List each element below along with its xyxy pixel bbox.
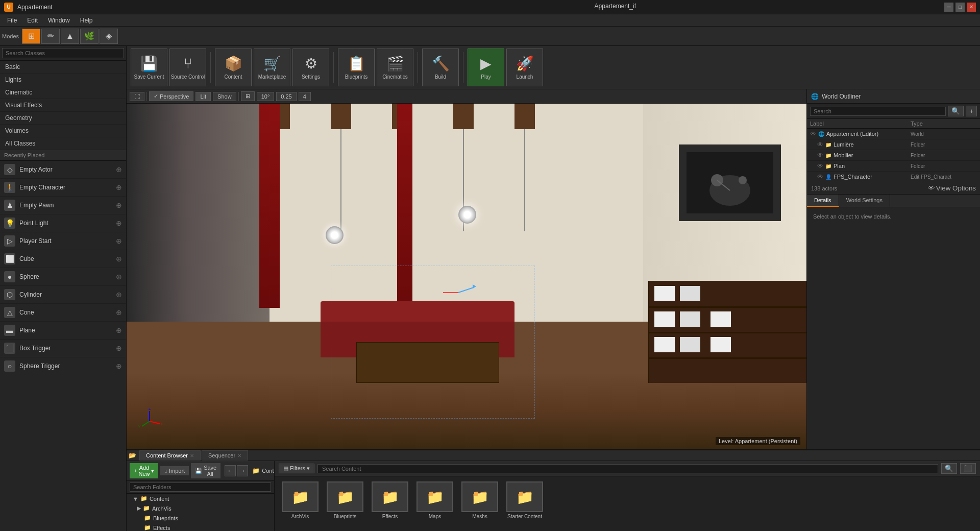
folder-search-input[interactable] bbox=[130, 482, 271, 492]
folder-archvis[interactable]: ▶ 📁 ArchVis bbox=[127, 503, 274, 513]
content-browser-tab-close[interactable]: ✕ bbox=[190, 453, 194, 458]
asset-meshs[interactable]: 📁 Meshs bbox=[459, 481, 500, 531]
mode-mesh-button[interactable]: ◈ bbox=[100, 29, 118, 44]
outliner-label-col: Label bbox=[810, 120, 911, 127]
asset-blueprints[interactable]: 📁 Blueprints bbox=[325, 481, 365, 531]
viewport[interactable]: X Z Y Level: Appartement (Persistent) bbox=[127, 104, 806, 449]
path-icon: 📁 bbox=[252, 467, 260, 474]
perspective-button[interactable]: ✓ Perspective bbox=[149, 91, 193, 101]
outliner-item-world[interactable]: 👁 🌐 Appartement (Editor) World bbox=[807, 129, 980, 139]
marketplace-button[interactable]: 🛒 Marketplace bbox=[254, 49, 290, 86]
import-button[interactable]: ↓ Import bbox=[160, 466, 189, 475]
outliner-search-button[interactable]: 🔍 bbox=[948, 106, 964, 116]
placed-cylinder[interactable]: ⬡ Cylinder ⊕ bbox=[0, 286, 126, 304]
folder-content[interactable]: ▼ 📁 Content bbox=[127, 494, 274, 503]
placed-empty-character[interactable]: 🚶 Empty Character ⊕ bbox=[0, 179, 126, 197]
lit-button[interactable]: Lit bbox=[195, 92, 211, 101]
sequencer-tab[interactable]: Sequencer ✕ bbox=[202, 450, 248, 461]
category-basic[interactable]: Basic bbox=[0, 61, 126, 74]
outliner-item-lumiere[interactable]: 👁 📁 Lumière Folder bbox=[807, 139, 980, 150]
settings-button[interactable]: ⚙ Settings bbox=[292, 49, 329, 86]
cone-label: Cone bbox=[19, 309, 112, 316]
placed-sphere[interactable]: ● Sphere ⊕ bbox=[0, 268, 126, 286]
outliner-add-button[interactable]: + bbox=[966, 106, 977, 116]
category-volumes[interactable]: Volumes bbox=[0, 125, 126, 137]
outliner-item-plan[interactable]: 👁 📁 Plan Folder bbox=[807, 161, 980, 172]
close-button[interactable]: ✕ bbox=[967, 3, 976, 12]
fps-label: FPS_Character bbox=[834, 174, 911, 180]
beam-4 bbox=[453, 104, 474, 129]
asset-maps[interactable]: 📁 Maps bbox=[414, 481, 455, 531]
mode-paint-button[interactable]: ✏ bbox=[41, 29, 60, 44]
menu-edit[interactable]: Edit bbox=[22, 16, 43, 25]
forward-button[interactable]: → bbox=[237, 465, 248, 476]
menu-help[interactable]: Help bbox=[75, 16, 98, 25]
folder-blueprints[interactable]: 📁 Blueprints bbox=[127, 513, 274, 523]
placed-point-light[interactable]: 💡 Point Light ⊕ bbox=[0, 214, 126, 232]
shelf-1 bbox=[649, 306, 806, 308]
source-control-button[interactable]: ⑂ Source Control bbox=[169, 49, 206, 86]
viewport-maximize-button[interactable]: ⛶ bbox=[130, 92, 144, 101]
outliner-search-input[interactable] bbox=[810, 107, 946, 116]
viewport-scale-button[interactable]: 0.25 bbox=[276, 92, 296, 101]
content-browser-tab[interactable]: Content Browser ✕ bbox=[139, 450, 201, 461]
placed-empty-pawn[interactable]: ♟ Empty Pawn ⊕ bbox=[0, 197, 126, 214]
placed-cone[interactable]: △ Cone ⊕ bbox=[0, 304, 126, 322]
content-search-input[interactable] bbox=[317, 464, 938, 473]
play-button[interactable]: ▶ Play bbox=[468, 49, 504, 86]
save-all-button[interactable]: 💾 Save All bbox=[191, 463, 220, 478]
empty-character-icon: 🚶 bbox=[4, 182, 15, 193]
point-light-label: Point Light bbox=[19, 220, 112, 227]
launch-button[interactable]: 🚀 Launch bbox=[506, 49, 543, 86]
placed-player-start[interactable]: ▷ Player Start ⊕ bbox=[0, 232, 126, 250]
content-button[interactable]: 📦 Content bbox=[215, 49, 252, 86]
category-visual-effects[interactable]: Visual Effects bbox=[0, 99, 126, 112]
view-options-button[interactable]: 👁 View Options bbox=[928, 184, 976, 192]
save-current-button[interactable]: 💾 Save Current bbox=[131, 49, 167, 86]
sphere-trigger-label: Sphere Trigger bbox=[19, 363, 112, 370]
build-button[interactable]: 🔨 Build bbox=[422, 49, 459, 86]
shelf-3 bbox=[649, 357, 806, 359]
minimize-button[interactable]: ─ bbox=[944, 3, 953, 12]
menu-window[interactable]: Window bbox=[43, 16, 75, 25]
category-lights[interactable]: Lights bbox=[0, 74, 126, 86]
world-settings-tab[interactable]: World Settings bbox=[839, 195, 890, 207]
asset-archvis[interactable]: 📁 ArchVis bbox=[280, 481, 321, 531]
category-all-classes[interactable]: All Classes bbox=[0, 137, 126, 150]
placed-box-trigger[interactable]: ⬛ Box Trigger ⊕ bbox=[0, 340, 126, 357]
viewport-camera-button[interactable]: 4 bbox=[299, 92, 311, 101]
asset-effects[interactable]: 📁 Effects bbox=[370, 481, 410, 531]
sequencer-tab-close[interactable]: ✕ bbox=[237, 453, 241, 458]
mode-foliage-button[interactable]: 🌿 bbox=[80, 29, 99, 44]
asset-startercontent[interactable]: 📁 Starter Content bbox=[504, 481, 545, 531]
menu-file[interactable]: File bbox=[2, 16, 22, 25]
content-view-button[interactable]: ⬛ bbox=[960, 463, 976, 474]
outliner-type-col: Type bbox=[911, 120, 977, 127]
search-classes-input[interactable] bbox=[2, 48, 124, 58]
outliner-item-fps-character[interactable]: 👁 👤 FPS_Character Edit FPS_Charact bbox=[807, 172, 980, 182]
outliner-item-mobilier[interactable]: 👁 📁 Mobilier Folder bbox=[807, 150, 980, 161]
maximize-button[interactable]: □ bbox=[955, 3, 965, 12]
folder-effects[interactable]: 📁 Effects bbox=[127, 523, 274, 531]
mode-place-button[interactable]: ⊞ bbox=[22, 29, 40, 44]
point-light-add: ⊕ bbox=[116, 219, 122, 227]
category-cinematic[interactable]: Cinematic bbox=[0, 86, 126, 99]
show-button[interactable]: Show bbox=[213, 92, 236, 101]
visibility-icon: 👁 bbox=[810, 130, 816, 137]
add-new-button[interactable]: + Add New ▾ bbox=[130, 463, 158, 478]
content-browser-tab-label: Content Browser bbox=[146, 452, 188, 458]
filters-button[interactable]: ▤ Filters ▾ bbox=[279, 464, 314, 473]
cinematics-button[interactable]: 🎬 Cinematics bbox=[377, 49, 413, 86]
placed-plane[interactable]: ▬ Plane ⊕ bbox=[0, 322, 126, 340]
category-geometry[interactable]: Geometry bbox=[0, 112, 126, 125]
placed-empty-actor[interactable]: ◇ Empty Actor ⊕ bbox=[0, 161, 126, 179]
details-tab[interactable]: Details bbox=[807, 195, 839, 207]
viewport-grid-button[interactable]: ⊞ bbox=[241, 91, 255, 101]
content-search-button[interactable]: 🔍 bbox=[941, 463, 957, 474]
blueprints-button[interactable]: 📋 Blueprints bbox=[338, 49, 375, 86]
placed-sphere-trigger[interactable]: ○ Sphere Trigger ⊕ bbox=[0, 357, 126, 375]
back-button[interactable]: ← bbox=[225, 465, 236, 476]
viewport-angle-button[interactable]: 10° bbox=[257, 92, 275, 101]
placed-cube[interactable]: ⬜ Cube ⊕ bbox=[0, 250, 126, 268]
mode-landscape-button[interactable]: ▲ bbox=[61, 29, 79, 44]
